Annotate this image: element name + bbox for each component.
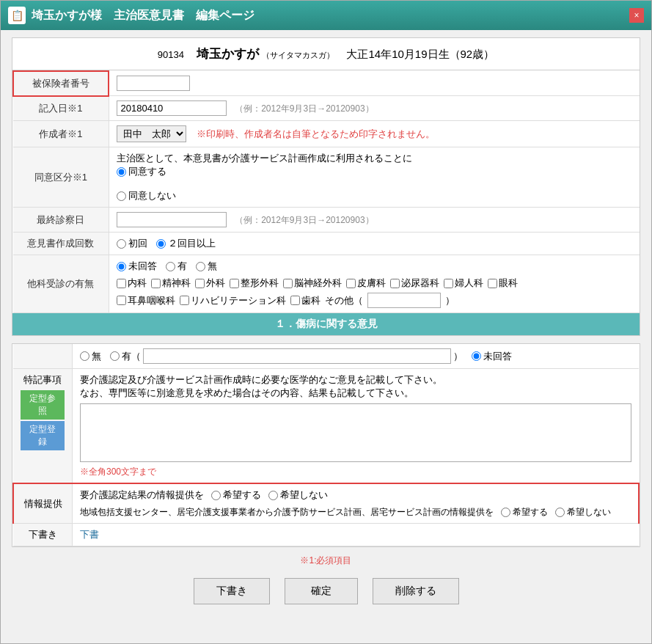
shitashoki-link[interactable]: 下書 bbox=[80, 529, 99, 540]
jouhou-line2: 地域包括支援センター、居宅介護支援事業者から介護予防サービス計画、居宅サービス計… bbox=[80, 506, 631, 519]
section1-header: １．傷病に関する意見 bbox=[12, 313, 640, 335]
jouhou-content-cell: 要介護認定結果の情報提供を 希望する 希望しない 地域包括支援センタ bbox=[73, 483, 640, 524]
jouhou2-kiboushinai-radio[interactable] bbox=[555, 508, 565, 517]
kinyubi-label: 記入日※1 bbox=[13, 96, 109, 121]
ikenkaisu-value-cell: 初回 ２回目以上 bbox=[109, 233, 640, 255]
jouhou2-kiboushinai-option[interactable]: 希望しない bbox=[555, 506, 611, 519]
second-panel: 無 有（ ） 未回答 bbox=[12, 343, 640, 547]
doi-disagree-option[interactable]: 同意しない bbox=[117, 189, 633, 202]
ari-option[interactable]: 有（ ） bbox=[110, 348, 463, 364]
doi-disagree-radio[interactable] bbox=[117, 191, 126, 201]
title-bar: 📋 埼玉かすが様 主治医意見書 編集ページ × bbox=[1, 1, 651, 30]
button-row: 下書き 確定 削除する bbox=[12, 571, 640, 612]
doi-agree-radio[interactable] bbox=[117, 167, 126, 177]
jouhou-row: 情報提供 要介護認定結果の情報提供を 希望する 希望しない bbox=[13, 483, 639, 524]
sakujo-button[interactable]: 削除する bbox=[373, 578, 459, 604]
shitashoki-content-cell: 下書 bbox=[73, 524, 640, 546]
hihokensha-label: 被保険者番号 bbox=[13, 71, 109, 96]
mikaito-radio[interactable] bbox=[472, 351, 481, 361]
mikaito-option[interactable]: 未回答 bbox=[472, 350, 512, 363]
sakuseisha-value-cell: 田中 太郎 ※印刷時、作成者名は自筆となるため印字されません。 bbox=[109, 121, 640, 147]
dept-hifuka[interactable]: 皮膚科 bbox=[346, 277, 386, 290]
hihokensha-input[interactable] bbox=[117, 76, 190, 91]
doi-agree-option[interactable]: 同意する bbox=[117, 165, 633, 178]
sakuseisha-select[interactable]: 田中 太郎 bbox=[117, 125, 186, 142]
ari-text-input[interactable] bbox=[143, 348, 451, 364]
saishinsatsu-row: 最終診察日 （例：2012年9月3日→20120903） bbox=[13, 208, 640, 233]
takaka-ari-radio[interactable] bbox=[166, 262, 175, 271]
takaka-label: 他科受診の有無 bbox=[13, 255, 109, 313]
tokki-textarea[interactable] bbox=[80, 403, 631, 462]
iken-shokai-option[interactable]: 初回 bbox=[117, 237, 147, 250]
jouhou1-kiboushinai-radio[interactable] bbox=[268, 491, 278, 500]
muko-option[interactable]: 無 bbox=[80, 350, 101, 363]
saishinsatsu-input[interactable] bbox=[117, 212, 227, 227]
window-title: 埼玉かすが様 主治医意見書 編集ページ bbox=[32, 8, 254, 23]
muko-ari-cell: 無 有（ ） 未回答 bbox=[73, 344, 640, 369]
patient-id: 90134 bbox=[158, 49, 184, 60]
close-button[interactable]: × bbox=[629, 8, 644, 23]
takaka-value-cell: 未回答 有 無 内科 bbox=[109, 255, 640, 313]
patient-birthdate: 大正14年10月19日生（92歳） bbox=[346, 48, 494, 60]
dept-geka[interactable]: 外科 bbox=[195, 277, 225, 290]
takaka-ari-option[interactable]: 有 bbox=[166, 260, 187, 273]
jouhou1-kibou-radio[interactable] bbox=[211, 491, 221, 500]
jouhou-kibou-option[interactable]: 希望する bbox=[211, 489, 261, 502]
dept-sonota-input[interactable] bbox=[367, 293, 441, 308]
dept-seikei[interactable]: 整形外科 bbox=[230, 277, 279, 290]
hihokensha-value-cell bbox=[109, 71, 640, 96]
tokki-row: 特記事項 定型参照 定型登録 要介護認定及び介護サービス計画作成時に必要な医学的… bbox=[13, 369, 639, 484]
jouhou-line1: 要介護認定結果の情報提供を 希望する 希望しない bbox=[80, 489, 631, 502]
empty-label-cell bbox=[13, 344, 73, 369]
char-limit: ※全角300文字まで bbox=[80, 466, 631, 478]
teikei-btn[interactable]: 定型参照 bbox=[21, 390, 65, 420]
jouhou2-kibou-option[interactable]: 希望する bbox=[501, 506, 548, 519]
form-table: 被保険者番号 記入日※1 （例：2012年9月3日→20120903） 作成者※… bbox=[12, 70, 640, 313]
shitashoki-button[interactable]: 下書き bbox=[194, 578, 270, 604]
ikenkaisu-label: 意見書作成回数 bbox=[13, 233, 109, 255]
dept-noushinkei[interactable]: 脳神経外科 bbox=[283, 277, 342, 290]
kinyubi-note: （例：2012年9月3日→20120903） bbox=[235, 103, 373, 114]
takaka-nashi-option[interactable]: 無 bbox=[196, 260, 217, 273]
dept-shika[interactable]: 歯科 bbox=[290, 294, 320, 307]
takaka-row: 他科受診の有無 未回答 有 bbox=[13, 255, 640, 313]
second-table: 無 有（ ） 未回答 bbox=[12, 344, 640, 546]
iken-shokai-radio[interactable] bbox=[117, 239, 126, 249]
tokki-textarea-wrap bbox=[80, 403, 631, 464]
tokki-desc2: なお、専門医等に別途意見を求めた場合はその内容、結果も記載して下さい。 bbox=[80, 387, 631, 400]
teitoroku-btn[interactable]: 定型登録 bbox=[21, 421, 65, 450]
jouhou-kibou-shinai-option[interactable]: 希望しない bbox=[268, 489, 328, 502]
dept-sonota-label: その他（ bbox=[325, 294, 363, 307]
ari-label: 有（ bbox=[122, 350, 141, 363]
dept-riha[interactable]: リハビリテーション科 bbox=[180, 294, 286, 307]
patient-name: 埼玉かすが bbox=[197, 47, 259, 61]
iken-nikai-radio[interactable] bbox=[156, 239, 166, 249]
dept-seishin[interactable]: 精神科 bbox=[151, 277, 191, 290]
jouhou2-kibou-radio[interactable] bbox=[501, 508, 510, 517]
sakuseisha-row: 作成者※1 田中 太郎 ※印刷時、作成者名は自筆となるため印字されません。 bbox=[13, 121, 640, 147]
sakuseisha-label: 作成者※1 bbox=[13, 121, 109, 147]
takaka-mikaito-radio[interactable] bbox=[117, 262, 126, 271]
dept-fujinka[interactable]: 婦人科 bbox=[444, 277, 483, 290]
iken-nikai-option[interactable]: ２回目以上 bbox=[156, 237, 216, 250]
dept-naika[interactable]: 内科 bbox=[117, 277, 147, 290]
required-note: ※1:必須項目 bbox=[12, 555, 640, 567]
takaka-nashi-radio[interactable] bbox=[196, 262, 205, 271]
kinyubi-input[interactable] bbox=[117, 100, 227, 116]
ari-radio[interactable] bbox=[110, 351, 120, 361]
jouhou-line2-text: 地域包括支援センター、居宅介護支援事業者から介護予防サービス計画、居宅サービス計… bbox=[80, 506, 494, 519]
muko-label: 無 bbox=[92, 350, 101, 363]
saishinsatsu-value-cell: （例：2012年9月3日→20120903） bbox=[109, 208, 640, 233]
shitashoki-label-cell: 下書き bbox=[13, 524, 73, 546]
takaka-mikaito-option[interactable]: 未回答 bbox=[117, 260, 157, 273]
muko-radio[interactable] bbox=[80, 351, 89, 361]
sakuseisha-note: ※印刷時、作成者名は自筆となるため印字されません。 bbox=[197, 128, 435, 139]
patient-reading: （サイタマカスガ） bbox=[262, 51, 334, 59]
doi-value-cell: 主治医として、本意見書が介護サービス計画作成に利用されることに 同意する 同意し… bbox=[109, 147, 640, 208]
dept-jibika[interactable]: 耳鼻咽喉科 bbox=[117, 294, 175, 307]
kakutei-button[interactable]: 確定 bbox=[285, 578, 358, 604]
tokki-content-cell: 要介護認定及び介護サービス計画作成時に必要な医学的なご意見を記載して下さい。 な… bbox=[73, 369, 640, 484]
jouhou-line1-text: 要介護認定結果の情報提供を bbox=[80, 489, 204, 502]
dept-hinyoki[interactable]: 泌尿器科 bbox=[390, 277, 439, 290]
dept-ganka[interactable]: 眼科 bbox=[488, 277, 518, 290]
